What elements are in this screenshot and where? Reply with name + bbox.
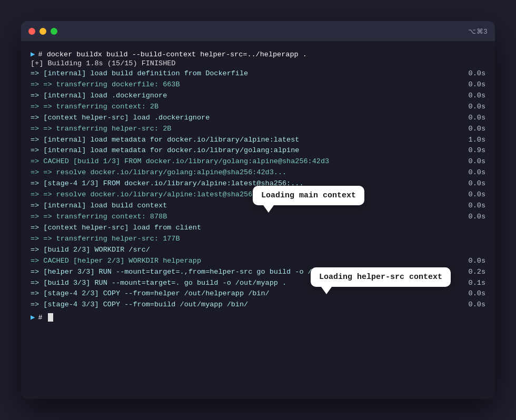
minimize-button[interactable]	[39, 28, 46, 35]
line-time: 0.0s	[467, 102, 485, 113]
line-time: 0.0s	[467, 113, 485, 124]
maximize-button[interactable]	[51, 28, 57, 35]
line-time: 0.0s	[467, 156, 485, 167]
terminal-line: => => transferring dockerfile: 663B0.0s	[31, 79, 485, 91]
terminal-line: => => transferring helper-src: 177B	[31, 234, 485, 245]
final-prompt-line: ▶ #	[31, 313, 485, 322]
terminal-window: ⌥⌘3 ▶ # docker buildx build --build-cont…	[21, 21, 495, 399]
tab-label: ⌥⌘3	[468, 27, 488, 35]
line-time: 0.0s	[467, 178, 485, 189]
line-text: => [stage-4 3/3] COPY --from=build /out/…	[31, 299, 461, 311]
line-time: 1.0s	[467, 135, 485, 146]
line-time: 0.0s	[467, 256, 485, 267]
prompt-command: # docker buildx build --build-context he…	[38, 51, 306, 58]
building-line: [+] Building 1.8s (15/15) FINISHED	[31, 59, 485, 67]
line-text: => CACHED [helper 2/3] WORKDIR helperapp	[31, 256, 461, 267]
line-time: 0.0s	[467, 79, 485, 91]
terminal-line: => [context helper-src] load .dockerigno…	[31, 113, 485, 124]
line-text: => => transferring helper-src: 177B	[31, 234, 485, 245]
line-time: 0.0s	[467, 212, 485, 223]
line-text: => => resolve docker.io/library/golang:a…	[31, 167, 461, 178]
terminal-line: => => transferring context: 878B0.0s	[31, 212, 485, 223]
terminal-line: => [internal] load metadata for docker.i…	[31, 135, 485, 146]
titlebar: ⌥⌘3	[21, 21, 495, 41]
line-text: => => transferring context: 2B	[31, 102, 461, 113]
line-text: => => resolve docker.io/library/alpine:l…	[31, 189, 461, 201]
terminal-line: => [internal] load build definition from…	[31, 68, 485, 79]
terminal-line: => [stage-4 1/3] FROM docker.io/library/…	[31, 178, 485, 189]
lines-container: => [internal] load build definition from…	[31, 68, 485, 311]
line-text: => [internal] load build definition from…	[31, 68, 461, 79]
terminal-line: => [build 3/3] RUN --mount=target=. go b…	[31, 278, 485, 289]
traffic-lights	[28, 28, 57, 35]
line-text: => [internal] load .dockerignore	[31, 91, 461, 102]
cursor	[48, 313, 53, 322]
line-text: => [stage-4 2/3] COPY --from=helper /out…	[31, 288, 461, 299]
line-time: 0.9s	[467, 145, 485, 156]
line-time: 0.0s	[467, 91, 485, 102]
final-prompt: #	[38, 313, 53, 322]
final-prompt-arrow-icon: ▶	[31, 313, 35, 322]
line-text: => CACHED [build 1/3] FROM docker.io/lib…	[31, 156, 461, 167]
terminal-line: => [context helper-src] load from client	[31, 223, 485, 234]
line-text: => [stage-4 1/3] FROM docker.io/library/…	[31, 178, 461, 189]
line-time: 0.0s	[467, 201, 485, 212]
terminal-line: => => resolve docker.io/library/golang:a…	[31, 167, 485, 178]
terminal-body: ▶ # docker buildx build --build-context …	[21, 41, 495, 399]
line-text: => [context helper-src] load .dockerigno…	[31, 113, 461, 124]
line-time: 0.2s	[467, 267, 485, 278]
prompt-arrow-icon: ▶	[31, 49, 35, 58]
line-text: => => transferring context: 878B	[31, 212, 461, 223]
close-button[interactable]	[28, 28, 35, 35]
line-time: 0.0s	[467, 288, 485, 299]
terminal-line: => CACHED [build 1/3] FROM docker.io/lib…	[31, 156, 485, 167]
terminal-line: => [internal] load .dockerignore0.0s	[31, 91, 485, 102]
terminal-line: => => resolve docker.io/library/alpine:l…	[31, 189, 485, 201]
terminal-line: => CACHED [helper 2/3] WORKDIR helperapp…	[31, 256, 485, 267]
line-time: 0.1s	[467, 278, 485, 289]
line-text: => => transferring helper-src: 2B	[31, 124, 461, 135]
line-time: 0.0s	[467, 189, 485, 201]
line-time: 0.0s	[467, 167, 485, 178]
line-text: => [internal] load metadata for docker.i…	[31, 145, 461, 156]
terminal-line: => => transferring helper-src: 2B0.0s	[31, 124, 485, 135]
line-text: => [internal] load metadata for docker.i…	[31, 135, 461, 146]
terminal-line: => [stage-4 2/3] COPY --from=helper /out…	[31, 288, 485, 299]
line-text: => [helper 3/3] RUN --mount=target=.,fro…	[31, 267, 461, 278]
terminal-line: => [internal] load build context0.0s	[31, 201, 485, 212]
line-text: => [build 2/3] WORKDIR /src/	[31, 245, 485, 256]
line-text: => [context helper-src] load from client	[31, 223, 485, 234]
terminal-line: => [internal] load metadata for docker.i…	[31, 145, 485, 156]
prompt-line: ▶ # docker buildx build --build-context …	[31, 49, 485, 58]
terminal-line: => [helper 3/3] RUN --mount=target=.,fro…	[31, 267, 485, 278]
line-text: => => transferring dockerfile: 663B	[31, 79, 461, 91]
line-time: 0.0s	[467, 124, 485, 135]
terminal-line: => [build 2/3] WORKDIR /src/	[31, 245, 485, 256]
line-time: 0.0s	[467, 299, 485, 311]
line-time: 0.0s	[467, 68, 485, 79]
terminal-line: => => transferring context: 2B0.0s	[31, 102, 485, 113]
line-text: => [internal] load build context	[31, 201, 461, 212]
line-text: => [build 3/3] RUN --mount=target=. go b…	[31, 278, 461, 289]
terminal-line: => [stage-4 3/3] COPY --from=build /out/…	[31, 299, 485, 311]
